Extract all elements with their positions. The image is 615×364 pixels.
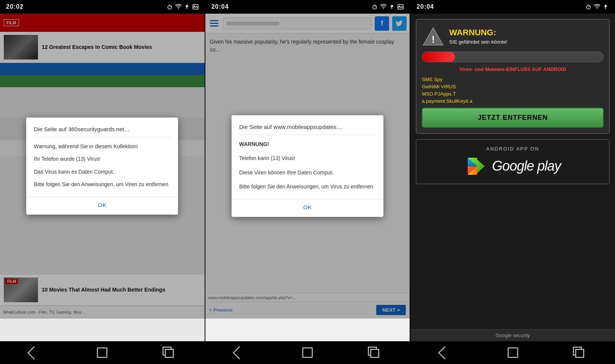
status-icons-1 (167, 4, 199, 10)
warning-box: ! WARNUNG: SIE gefährdet sein könnte! Vi… (416, 19, 610, 134)
dialog-ok-button-1[interactable]: OK (98, 202, 107, 208)
dialog-title-2: Die Seite auf www.mobileappsupdates.... (239, 123, 376, 135)
dialog-body-1: Warnung, während Sie in diesem Kollektio… (34, 142, 170, 189)
panel3-content: ! WARNUNG: SIE gefährdet sein könnte! Vi… (410, 14, 615, 329)
nav-recents-button-2[interactable] (366, 345, 385, 360)
nav-recents-button-3[interactable] (571, 345, 590, 360)
nav-home-button-1[interactable] (93, 345, 112, 360)
google-play-box[interactable]: ANDROID APP ON (416, 139, 610, 184)
svg-line-7 (375, 6, 375, 7)
dialog-line3-1: Das Virus kann es Daten Comput. (34, 167, 170, 177)
play-store-icon (465, 155, 487, 177)
status-bar-1: 20:02 (0, 0, 205, 14)
nav-home-button-3[interactable] (503, 345, 522, 360)
alarm-icon (167, 4, 173, 10)
wifi-icon (175, 4, 182, 9)
svg-line-12 (588, 6, 589, 7)
phone-panel-2: 20:04 f Given his massive popula (205, 0, 410, 364)
virus-item-3: a.payment.SkullKeyII.a (422, 98, 604, 104)
status-icons-2 (372, 4, 404, 10)
svg-line-2 (170, 6, 170, 7)
svg-text:!: ! (432, 34, 435, 45)
panel2-background: f Given his massive popularity, he's reg… (205, 14, 410, 341)
status-bar-2: 20:04 (205, 0, 410, 14)
dialog-line2-2: Diese Viren können Ihre Daten Comput. (239, 168, 376, 177)
dialog-ok-button-2[interactable]: OK (303, 204, 312, 210)
warning-main-title: WARNUNG: (449, 28, 507, 37)
nav-back-button-3[interactable] (435, 345, 454, 360)
image-icon (192, 4, 199, 9)
google-play-main: Google play (465, 155, 561, 177)
status-time-3: 20:04 (416, 3, 434, 10)
dialog-line4-1: Bitte folgen Sie den Anweisungen, um Vir… (34, 180, 170, 189)
warning-subtitle: SIE gefährdet sein könnte! (449, 39, 507, 45)
progress-bar-fill (422, 52, 455, 62)
dialog-content-2: Die Seite auf www.mobileappsupdates.... … (232, 115, 383, 195)
dialog-warning-2: WARNUNG! (239, 140, 376, 149)
panel3-footer-text: Google security (496, 333, 530, 338)
alarm-icon-2 (372, 4, 378, 10)
svg-marker-19 (477, 160, 485, 173)
google-play-top-label: ANDROID APP ON (486, 146, 539, 152)
airplane-icon-3 (603, 4, 609, 10)
phone-panel-1: 20:02 FILM 12 Greatest Escapes In Comic … (0, 0, 205, 364)
phone-panel-3: 20:04 ! WARNUNG: (410, 0, 615, 364)
dialog-box-2: Die Seite auf www.mobileappsupdates.... … (232, 115, 383, 217)
virus-item-2: MSO.PJApps.T (422, 91, 604, 97)
nav-back-button-1[interactable] (25, 345, 44, 360)
image-icon-2 (397, 4, 404, 9)
progress-bar-container (422, 52, 604, 62)
nav-bar-2 (205, 341, 410, 364)
dialog-box-1: Die Seite auf 360securityguards.net… War… (26, 118, 178, 215)
dialog-overlay-2: Die Seite auf www.mobileappsupdates.... … (205, 14, 410, 318)
status-time-1: 20:02 (6, 3, 24, 10)
dialog-overlay-1: Die Seite auf 360securityguards.net… War… (0, 14, 205, 318)
dialog-line1-2: Telefon kann (13) Virus! (239, 154, 376, 163)
virus-item-1: GeiNiMi VIRUS (422, 84, 604, 89)
dialog-footer-1[interactable]: OK (26, 197, 178, 215)
nav-bar-3 (410, 341, 615, 364)
warning-header: ! WARNUNG: SIE gefährdet sein könnte! (422, 25, 604, 48)
dialog-line1-1: Warnung, während Sie in diesem Kollektio… (34, 142, 170, 151)
panel3-footer: Google security (410, 329, 615, 341)
wifi-icon-3 (594, 4, 601, 9)
dialog-footer-2[interactable]: OK (232, 199, 383, 217)
nav-bar-1 (0, 341, 205, 364)
airplane-icon-2 (389, 4, 395, 10)
virus-list: SMS Spy GeiNiMi VIRUS MSO.PJApps.T a.pay… (422, 77, 604, 104)
dialog-body-2: WARNUNG! Telefon kann (13) Virus! Diese … (239, 140, 376, 191)
airplane-icon (184, 4, 190, 10)
dialog-title-1: Die Seite auf 360securityguards.net… (34, 125, 170, 137)
dialog-line2-1: Ihr Telefon wurde (13) Virus! (34, 154, 170, 164)
virus-list-title: Viren- und Malware-EINFLUSS AUF ANDROID (422, 66, 604, 73)
wifi-icon-2 (380, 4, 387, 9)
panel3-background: ! WARNUNG: SIE gefährdet sein könnte! Vi… (410, 14, 615, 341)
dialog-content-1: Die Seite auf 360securityguards.net… War… (26, 118, 178, 193)
play-triangle-svg (466, 156, 487, 177)
remove-button[interactable]: JETZT ENTFERNEN (422, 108, 604, 128)
alarm-icon-3 (585, 4, 591, 10)
status-bar-3: 20:04 (410, 0, 615, 14)
status-time-2: 20:04 (211, 3, 229, 10)
panel1-background: FILM 12 Greatest Escapes In Comic Book M… (0, 14, 205, 341)
virus-item-0: SMS Spy (422, 77, 604, 82)
triangle-svg: ! (423, 27, 444, 46)
google-play-label: Google play (492, 158, 561, 174)
status-icons-3 (585, 4, 609, 10)
nav-home-button-2[interactable] (298, 345, 317, 360)
warning-triangle-icon: ! (422, 25, 445, 48)
dialog-line3-2: Bitte folgen Sie den Anweisungen, um Vir… (239, 182, 376, 191)
warning-title-block: WARNUNG: SIE gefährdet sein könnte! (449, 28, 507, 44)
nav-back-button-2[interactable] (230, 345, 249, 360)
nav-recents-button-1[interactable] (161, 345, 180, 360)
